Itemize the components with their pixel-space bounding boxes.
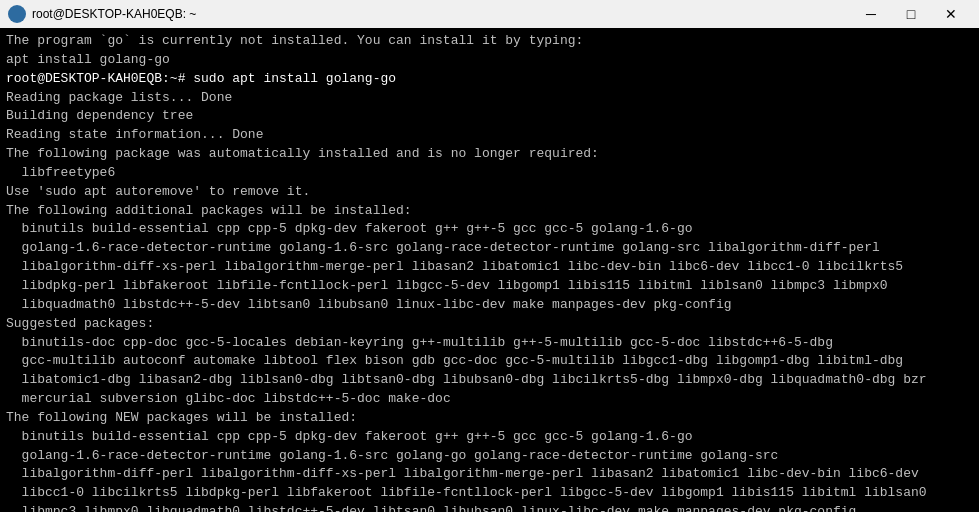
title-bar: root@DESKTOP-KAH0EQB: ~ ─ □ ✕ [0,0,979,28]
title-bar-text: root@DESKTOP-KAH0EQB: ~ [32,7,851,21]
title-bar-buttons: ─ □ ✕ [851,0,971,28]
terminal[interactable]: The program `go` is currently not instal… [0,28,979,512]
minimize-button[interactable]: ─ [851,0,891,28]
close-button[interactable]: ✕ [931,0,971,28]
svg-rect-2 [11,17,23,19]
title-bar-icon [8,5,26,23]
maximize-button[interactable]: □ [891,0,931,28]
svg-rect-1 [11,14,23,16]
svg-rect-0 [11,11,23,13]
